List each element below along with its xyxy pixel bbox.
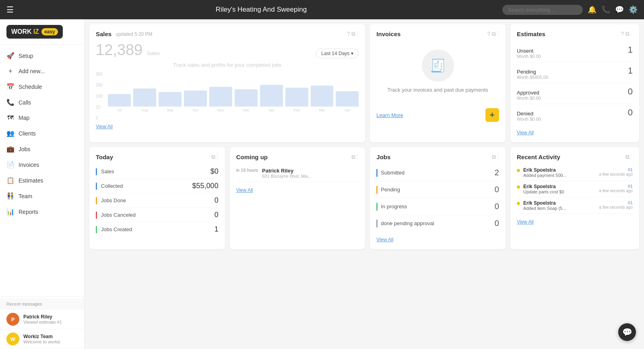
estimates-card-icons[interactable]: ? ⧉ ⋮	[621, 31, 633, 37]
activity-time: a few seconds ago	[599, 172, 633, 177]
sidebar-item-jobs[interactable]: 💼Jobs	[0, 141, 84, 157]
chart-y-label: 300	[96, 72, 103, 76]
comingup-title: Coming up	[236, 154, 268, 160]
chart-bar-col: Mar	[311, 72, 334, 112]
sales-card: Sales updated 5:20 PM ? ⧉ ⋮ 12,389 Sales…	[89, 24, 365, 142]
estimate-worth: Worth $0.00	[517, 117, 541, 121]
sales-sub-label: Sales	[147, 50, 160, 56]
sidebar-label-jobs: Jobs	[19, 146, 31, 152]
sidebar-item-calls[interactable]: 📞Calls	[0, 94, 84, 110]
invoices-icon: 📄	[6, 161, 14, 168]
estimates-card: Estimates ? ⧉ ⋮ Unsent Worth $0.00 1 Pen…	[510, 24, 639, 142]
sales-view-all[interactable]: View All	[96, 124, 113, 129]
estimate-row-left: Approved Worth $0.00	[517, 90, 541, 101]
comingup-card-header: Coming up ⧉ ⋮	[236, 154, 359, 160]
invoices-learn-more[interactable]: Learn More	[376, 112, 403, 118]
message-info-workiz: Workiz Team Welcome to workiz	[23, 334, 78, 344]
chart-x-label: Jul	[117, 108, 122, 112]
activity-link[interactable]: #1	[628, 200, 633, 205]
sidebar-item-clients[interactable]: 👥Clients	[0, 125, 84, 141]
sidebar-item-invoices[interactable]: 📄Invoices	[0, 157, 84, 172]
chart-y-label: 100	[96, 94, 103, 99]
sidebar-item-setup[interactable]: 🚀Setup	[0, 48, 84, 64]
date-filter-btn[interactable]: Last 14 Days ▾	[316, 49, 359, 58]
today-card-header: Today ⧉ ⋮	[96, 154, 219, 160]
job-count: 2	[495, 168, 499, 177]
comingup-name: Patrick Riley	[262, 168, 312, 174]
map-icon: 🗺	[6, 114, 14, 121]
sidebar-item-schedule[interactable]: 📅Schedule	[0, 79, 84, 94]
jobs-view-all[interactable]: View All	[376, 237, 393, 242]
logo-work: WORK	[11, 28, 32, 35]
activity-person-name: Erik Spoelstra	[523, 167, 596, 173]
sales-number: 12,389	[96, 41, 142, 58]
phone-icon[interactable]: 📞	[601, 5, 610, 14]
notifications-icon[interactable]: 🔔	[588, 5, 597, 14]
activity-view-all[interactable]: View All	[517, 219, 534, 225]
messages-list: P Patrick Riley Viewed estimate #1 W Wor…	[0, 310, 84, 349]
invoices-add-button[interactable]: +	[485, 108, 499, 122]
activity-link[interactable]: #1	[628, 184, 633, 189]
estimate-label: Denied	[517, 111, 541, 117]
invoices-empty-text: Track your invoices and past due payment…	[388, 86, 488, 94]
chat-bubble-btn[interactable]: 💬	[618, 323, 636, 341]
job-row: Submitted 2	[376, 164, 499, 181]
jobs-card-header: Jobs ⧉ ⋮	[376, 154, 499, 160]
estimate-row-left: Pending Worth $5805.00	[517, 69, 548, 80]
activity-link[interactable]: #1	[628, 167, 633, 172]
search-input[interactable]	[502, 5, 583, 15]
estimates-title: Estimates	[517, 31, 545, 37]
message-item-workiz[interactable]: W Workiz Team Welcome to workiz	[0, 329, 84, 349]
hamburger-icon[interactable]: ☰	[6, 5, 14, 14]
activity-card-icons[interactable]: ⧉ ⋮	[625, 154, 633, 160]
chart-bar	[235, 89, 258, 107]
chart-bar	[184, 90, 207, 107]
today-label: Collected	[101, 183, 123, 189]
job-row: In progress 0	[376, 198, 499, 215]
message-sub-patrick: Viewed estimate #1	[23, 320, 78, 324]
today-bar-indicator	[96, 211, 97, 219]
activity-dot	[517, 185, 520, 189]
main-content: Sales updated 5:20 PM ? ⧉ ⋮ 12,389 Sales…	[85, 19, 644, 349]
today-title: Today	[96, 154, 113, 160]
chart-bar-col: Sep	[159, 72, 182, 112]
chart-x-label: Apr	[345, 108, 350, 112]
job-bar-indicator	[376, 203, 378, 211]
clients-icon: 👥	[6, 129, 14, 137]
sidebar-item-map[interactable]: 🗺Map	[0, 110, 84, 125]
sidebar: WORKIZ easy 🚀Setup+Add new...📅Schedule📞C…	[0, 19, 85, 349]
sidebar-item-reports[interactable]: 📊Reports	[0, 204, 84, 220]
sidebar-item-estimates[interactable]: 📋Estimates	[0, 172, 84, 188]
comingup-event[interactable]: in 16 hours Patrick Riley 601 Biscayne B…	[236, 164, 359, 182]
chat-icon[interactable]: 💬	[615, 5, 624, 14]
estimate-row-left: Unsent Worth $0.00	[517, 48, 541, 59]
estimates-view-all[interactable]: View All	[517, 130, 534, 135]
sidebar-label-setup: Setup	[19, 53, 33, 59]
schedule-icon: 📅	[6, 83, 14, 90]
today-card-icons[interactable]: ⧉ ⋮	[211, 154, 219, 160]
jobs-card-icons[interactable]: ⧉ ⋮	[492, 154, 499, 160]
sidebar-label-schedule: Schedule	[19, 84, 42, 90]
today-row-left: Jobs Canceled	[96, 211, 136, 219]
comingup-card-icons[interactable]: ⧉ ⋮	[351, 154, 359, 160]
message-item-patrick[interactable]: P Patrick Riley Viewed estimate #1	[0, 310, 84, 329]
job-label: Submitted	[381, 170, 405, 176]
today-label: Jobs Canceled	[101, 212, 136, 218]
add-new-icon: +	[6, 68, 14, 75]
jobs-card: Jobs ⧉ ⋮ Submitted 2 Pending 0 In progre…	[370, 147, 506, 249]
job-label: In progress	[381, 203, 407, 209]
comingup-view-all[interactable]: View All	[236, 187, 253, 193]
invoices-card-icons[interactable]: ? ⧉ ⋮	[487, 31, 499, 37]
sales-chart: 300200100100 JulAugSepOctNovDecJanFebMar…	[96, 72, 359, 120]
job-label-wrap: Pending	[376, 186, 400, 194]
sales-card-icons[interactable]: ? ⧉ ⋮	[347, 31, 359, 37]
sales-number-wrap: 12,389 Sales	[96, 41, 160, 59]
chart-x-label: Mar	[319, 108, 325, 112]
job-count: 0	[495, 185, 499, 194]
sidebar-item-team[interactable]: 👫Team	[0, 188, 84, 204]
sidebar-label-team: Team	[19, 193, 32, 199]
sidebar-item-add-new[interactable]: +Add new...	[0, 64, 84, 79]
activity-card-header: Recent Activity ⧉ ⋮	[517, 154, 633, 160]
settings-icon[interactable]: ⚙️	[629, 5, 638, 14]
estimate-label: Unsent	[517, 48, 541, 54]
